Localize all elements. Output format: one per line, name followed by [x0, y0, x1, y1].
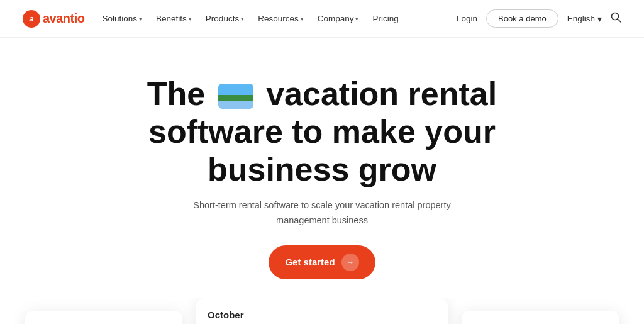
bookings-card: Bookings evolution ▾ 30k € — [462, 311, 619, 324]
nav-links: Solutions▾ Benefits▾ Products▾ Resources… — [103, 14, 399, 23]
get-started-button[interactable]: Get started → — [269, 245, 375, 279]
logo-text: avantio — [43, 11, 85, 26]
navbar: a avantio Solutions▾ Benefits▾ Products▾… — [0, 0, 644, 38]
search-icon — [611, 12, 621, 23]
hero-section: The vacation rental software to make you… — [0, 38, 644, 298]
calendar-card: October Mon. Tue. Wed. Thu. Fri. Sat. B … — [196, 298, 448, 324]
language-selector[interactable]: English ▾ — [567, 14, 602, 24]
hero-subtitle: Short-term rental software to scale your… — [171, 198, 473, 227]
nav-resources[interactable]: Resources▾ — [258, 14, 304, 23]
login-button[interactable]: Login — [457, 14, 477, 23]
occupation-card: Occupation ▾ B — [25, 311, 182, 324]
chevron-down-icon: ▾ — [301, 16, 304, 22]
nav-right: Login Book a demo English ▾ — [457, 9, 621, 28]
nav-products[interactable]: Products▾ — [206, 14, 244, 23]
calendar-month: October — [208, 310, 436, 320]
nav-company[interactable]: Company▾ — [318, 14, 359, 23]
chevron-down-icon: ▾ — [597, 14, 602, 24]
svg-line-1 — [618, 19, 621, 22]
nav-solutions[interactable]: Solutions▾ — [103, 14, 143, 23]
dashboard-section: Occupation ▾ B October Mon. Tue. Wed. Th… — [0, 298, 644, 324]
chevron-down-icon: ▾ — [139, 16, 142, 22]
arrow-right-icon: → — [341, 254, 359, 271]
nav-benefits[interactable]: Benefits▾ — [156, 14, 192, 23]
nav-left: a avantio Solutions▾ Benefits▾ Products▾… — [23, 10, 399, 28]
logo[interactable]: a avantio — [23, 10, 85, 28]
nav-pricing[interactable]: Pricing — [372, 14, 398, 23]
chevron-down-icon: ▾ — [189, 16, 192, 22]
hero-image — [218, 84, 253, 109]
chevron-down-icon: ▾ — [355, 16, 358, 22]
chevron-down-icon: ▾ — [241, 16, 244, 22]
search-button[interactable] — [611, 12, 621, 25]
hero-title: The vacation rental software to make you… — [86, 75, 558, 188]
logo-icon: a — [23, 10, 40, 28]
language-label: English — [567, 14, 595, 23]
book-demo-button[interactable]: Book a demo — [486, 9, 558, 28]
